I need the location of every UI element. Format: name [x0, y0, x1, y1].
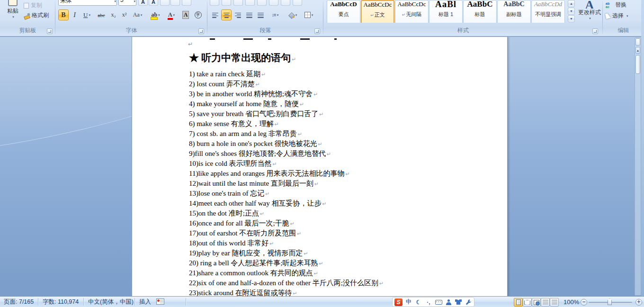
view-fullscreen-reading-button[interactable] [523, 298, 532, 307]
paragraph-dialog-launcher[interactable] [314, 28, 320, 34]
font-name-dropdown-icon[interactable]: ▾ [114, 0, 116, 3]
character-border-button[interactable] [170, 0, 180, 6]
zoom-slider-thumb[interactable] [608, 298, 612, 305]
shading-button[interactable]: ▾ [286, 9, 300, 20]
ime-punctuation-button[interactable]: ·, [425, 298, 432, 306]
highlight-dropdown-icon[interactable]: ▾ [158, 13, 160, 17]
macro-record-icon[interactable] [156, 298, 164, 305]
style-gallery-item[interactable]: AaBbCcDc↵正文 [361, 0, 394, 23]
clear-formatting-button[interactable] [182, 0, 191, 6]
show-formatting-marks-button[interactable] [293, 0, 302, 6]
document-page[interactable]: ↵ ★ 听力中常出现的语句↵ 1) take a rain check 延期↵2… [132, 37, 508, 296]
font-color-dropdown-icon[interactable]: ▾ [173, 13, 175, 17]
word-count[interactable]: 字数: 110,974 [43, 298, 79, 306]
change-case-dropdown-icon[interactable]: ▾ [141, 13, 143, 17]
font-color-button[interactable]: A ▾ [164, 9, 179, 20]
superscript-button[interactable]: x² [119, 9, 129, 20]
insert-mode-toggle[interactable]: 插入 [139, 298, 151, 306]
view-print-layout-button[interactable] [514, 298, 523, 307]
page-indicator[interactable]: 页面: 7/165 [4, 298, 34, 306]
vertical-scrollbar[interactable]: ▲ [635, 37, 641, 296]
align-right-button[interactable] [233, 9, 243, 20]
bullets-button[interactable] [210, 0, 219, 6]
underline-dropdown-icon[interactable]: ▾ [89, 13, 90, 17]
style-gallery-item[interactable]: AaBl标题 1 [429, 0, 463, 23]
paste-dropdown-icon[interactable]: ▾ [12, 15, 14, 19]
underline-button[interactable]: U ▾ [80, 9, 93, 20]
copy-button[interactable]: 复制 [24, 1, 42, 9]
window-right-border [641, 0, 644, 296]
styles-dialog-launcher[interactable] [592, 28, 598, 34]
ime-profile-button[interactable] [445, 298, 452, 306]
style-gallery-down-button[interactable]: ▼ [568, 8, 575, 15]
scroll-up-arrow[interactable]: ▲ [635, 47, 640, 54]
enclose-characters-button[interactable]: 字 [193, 9, 203, 20]
zoom-in-button[interactable]: + [635, 299, 642, 306]
replace-button[interactable]: ab ac 替换 [606, 1, 626, 9]
style-gallery-item[interactable]: AaBbC标题 [463, 0, 497, 23]
select-label: 选择 [612, 12, 624, 20]
distribute-button[interactable] [255, 9, 266, 20]
change-styles-dropdown-icon[interactable]: ▾ [579, 17, 601, 20]
format-painter-button[interactable]: 格式刷 [24, 11, 49, 19]
font-color-icon: A [168, 11, 172, 18]
zoom-level[interactable]: 100% [564, 298, 579, 306]
strikethrough-icon: abc [98, 12, 105, 18]
font-dialog-launcher[interactable] [198, 28, 204, 34]
shading-dropdown-icon[interactable]: ▾ [295, 13, 297, 17]
font-size-combobox[interactable]: 5 ▾ [118, 0, 136, 6]
grow-font-button[interactable]: A [138, 0, 148, 6]
style-gallery-item[interactable]: AaBbCcDd不明显强调 [531, 0, 565, 23]
style-gallery-item[interactable]: AaBbC副标题 [497, 0, 531, 23]
change-styles-button[interactable]: A 更改样式 ▾ [578, 0, 601, 26]
highlight-color-button[interactable]: ab ▾ [148, 9, 163, 20]
font-size-dropdown-icon[interactable]: ▾ [134, 0, 135, 3]
ime-soft-keyboard-button[interactable] [435, 298, 442, 306]
align-left-button[interactable] [210, 9, 220, 20]
shrink-font-button[interactable]: A [149, 0, 158, 6]
return-mark-icon: ↵ [318, 141, 322, 147]
change-case-button[interactable]: Aa ▾ [131, 9, 144, 20]
style-gallery-item[interactable]: AaBbCcDc↵无间隔 [395, 0, 429, 23]
paste-button[interactable]: 粘贴 ▾ [3, 0, 23, 26]
clipped-text-fragment [334, 38, 337, 40]
line-spacing-dropdown-icon[interactable]: ▾ [277, 13, 279, 17]
multilevel-list-button[interactable] [233, 0, 243, 6]
borders-dropdown-icon[interactable]: ▾ [312, 13, 313, 17]
select-button[interactable]: 选择 ▾ [606, 12, 628, 20]
view-draft-button[interactable] [550, 298, 559, 307]
select-dropdown-icon[interactable]: ▾ [626, 14, 628, 18]
style-gallery-up-button[interactable]: ▲ [568, 0, 575, 7]
ime-skin-button[interactable] [455, 298, 462, 306]
align-center-button[interactable] [221, 9, 232, 20]
borders-button[interactable]: ▾ [302, 9, 316, 20]
italic-button[interactable]: I [70, 9, 80, 20]
line-spacing-button[interactable]: ↕≡ ▾ [268, 9, 282, 20]
strikethrough-button[interactable]: abc [95, 9, 107, 20]
paste-label: 粘贴 [7, 7, 18, 15]
scrollbar-thumb[interactable] [635, 55, 640, 74]
pinyin-guide-button[interactable] [160, 0, 170, 6]
character-shading-button[interactable]: A [180, 9, 191, 20]
font-name-combobox[interactable]: 宋体 ▾ [58, 0, 117, 6]
style-gallery-item[interactable]: AaBbCcD要点 [327, 0, 360, 23]
view-ruler-toggle[interactable] [635, 38, 640, 45]
ime-fullwidth-moon-button[interactable]: ☾ [415, 298, 422, 306]
style-gallery-more-button[interactable]: ▼ [568, 15, 575, 22]
asian-layout-button[interactable] [269, 0, 278, 6]
justify-button[interactable] [244, 9, 254, 20]
view-outline-button[interactable] [541, 298, 550, 307]
decrease-indent-button[interactable] [245, 0, 255, 6]
increase-indent-button[interactable] [257, 0, 267, 6]
view-web-layout-button[interactable] [532, 298, 541, 307]
sort-button[interactable] [281, 0, 290, 6]
ime-toolbox-button[interactable] [465, 298, 472, 306]
ime-chinese-mode-button[interactable]: 中 [405, 298, 412, 306]
language-indicator[interactable]: 中文(简体，中国) [88, 298, 134, 306]
bold-button[interactable]: B [58, 9, 69, 20]
subscript-button[interactable]: x₂ [108, 9, 118, 20]
clipboard-dialog-launcher[interactable] [47, 28, 53, 34]
sogou-ime-logo-icon[interactable]: S [394, 298, 402, 306]
numbering-button[interactable] [222, 0, 231, 6]
zoom-out-button[interactable]: − [581, 299, 587, 306]
